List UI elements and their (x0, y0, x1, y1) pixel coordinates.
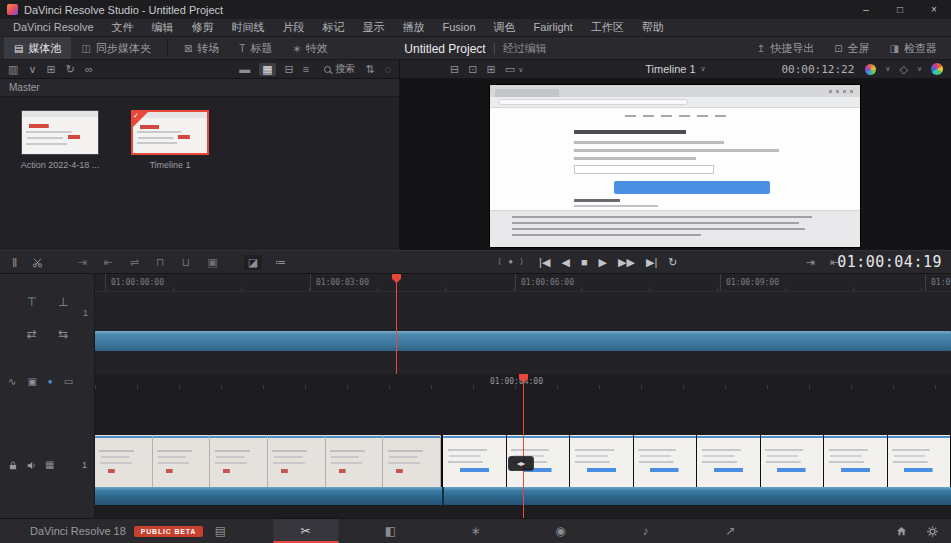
menu-davinci-resolve[interactable]: DaVinci Resolve (4, 19, 103, 36)
track-tool-a-icon[interactable]: ⊤ (27, 296, 37, 308)
timeline-clip-overview[interactable] (95, 331, 951, 351)
menu-trim[interactable]: 修剪 (183, 19, 223, 36)
effects-toggle[interactable]: ∗ 特效 (282, 37, 337, 59)
new-bin-icon[interactable]: ⊞ (46, 64, 55, 75)
clip-info-icon[interactable]: ▣ (27, 377, 36, 387)
media-pool-toggle[interactable]: ▤ 媒体池 (4, 37, 71, 59)
sort-icon[interactable]: ⇅ (365, 64, 374, 75)
source-tape-view-icon[interactable]: ⊟ (450, 64, 459, 75)
fairlight-page-button[interactable]: ♪ (613, 519, 678, 543)
media-page-button[interactable]: ▤ (188, 519, 253, 543)
tools-panel-icon[interactable]: ≔ (275, 257, 286, 268)
maximize-button[interactable]: □ (883, 0, 917, 19)
append-icon[interactable]: ⇤ (104, 257, 113, 268)
toolbar-button-label: 媒体池 (28, 41, 61, 56)
film-frame (888, 435, 951, 487)
next-frame-button[interactable]: ⟩ (520, 258, 523, 266)
filmstrip-view-icon[interactable]: ⊟ (285, 64, 294, 75)
deliver-page-button[interactable]: ↗ (698, 519, 763, 543)
playhead-upper[interactable] (396, 274, 397, 374)
jog-button[interactable]: ● (508, 258, 513, 266)
thumbnail-view-icon[interactable]: ▦ (259, 63, 275, 76)
lock-icon[interactable] (8, 460, 18, 471)
settings-icon[interactable] (926, 525, 939, 538)
color-page-button[interactable]: ◉ (528, 519, 593, 543)
search-button[interactable]: 搜索 (324, 62, 355, 76)
stop-button[interactable]: ■ (581, 257, 588, 268)
prev-frame-button[interactable]: ⟨ (498, 258, 501, 266)
track-tool-d-icon[interactable]: ⇆ (58, 328, 68, 340)
bin-breadcrumb[interactable]: Master (0, 79, 399, 97)
clip-action-2022-4-18[interactable]: ✓ Action 2022-4-18 ... (16, 110, 104, 170)
retime-curve-icon[interactable]: ∿ (8, 377, 16, 387)
menu-color[interactable]: 调色 (485, 19, 525, 36)
fast-forward-button[interactable]: ▶▶ (618, 257, 635, 268)
single-viewer-icon[interactable]: ⊡ (468, 64, 477, 75)
cut-page-button[interactable]: ✂ (273, 519, 338, 543)
transition-tool-icon[interactable]: ◪ (244, 255, 262, 270)
video-clip-1[interactable] (95, 435, 443, 487)
sync-clips-icon[interactable]: ↻ (66, 64, 75, 75)
menu-file[interactable]: 文件 (103, 19, 143, 36)
fusion-page-button[interactable]: ∗ (443, 519, 508, 543)
clip-timeline-1[interactable]: ✓ Timeline 1 (126, 110, 214, 170)
project-manager-icon[interactable] (895, 525, 908, 537)
ripple-overwrite-icon[interactable]: ⇌ (130, 257, 139, 268)
content-area: Master ✓ Action 2022-4-18 ... ✓ Timeline… (0, 79, 951, 250)
strip-view-icon[interactable]: ▬ (239, 64, 250, 75)
overview-track-area[interactable] (95, 292, 951, 374)
audio-indicator-icon[interactable]: ● (48, 378, 53, 386)
play-button[interactable]: ▶ (599, 257, 607, 268)
track-tool-b-icon[interactable]: ⊥ (58, 296, 68, 308)
speaker-icon[interactable] (26, 460, 37, 471)
minimize-button[interactable]: – (849, 0, 883, 19)
go-to-start-button[interactable]: |◀ (539, 257, 550, 268)
menu-edit[interactable]: 编辑 (143, 19, 183, 36)
track-tool-c-icon[interactable]: ⇄ (27, 328, 37, 340)
film-frame (761, 435, 824, 487)
go-to-end-button[interactable]: ▶| (646, 257, 657, 268)
menu-mark[interactable]: 标记 (314, 19, 354, 36)
source-overwrite-icon[interactable]: ▣ (207, 257, 217, 268)
close-up-icon[interactable]: ⊓ (156, 257, 165, 268)
transitions-toggle[interactable]: ⊠ 转场 (174, 37, 229, 59)
titles-toggle[interactable]: T 标题 (229, 37, 282, 59)
menu-view[interactable]: 显示 (354, 19, 394, 36)
fullscreen-button[interactable]: ⊡ 全屏 (824, 37, 879, 59)
smart-insert-icon[interactable]: ⇥ (77, 257, 86, 268)
split-clip-icon[interactable] (32, 257, 43, 268)
menu-fairlight[interactable]: Fairlight (525, 19, 582, 36)
sync-bin-toggle[interactable]: ◫ 同步媒体夹 (71, 37, 160, 59)
camera-icon[interactable] (865, 64, 876, 75)
dual-viewer-icon[interactable]: ⊞ (486, 64, 495, 75)
match-frame-icon[interactable]: ⇥ (806, 257, 815, 268)
playhead-lower[interactable] (523, 374, 524, 518)
timeline-ruler[interactable]: 01:00:00:00 01:00:03:00 01:00:06:00 01:0… (95, 274, 951, 292)
inspector-toggle[interactable]: ◨ 检查器 (880, 37, 947, 59)
menu-clip[interactable]: 片段 (274, 19, 314, 36)
play-reverse-button[interactable]: ◀ (561, 257, 569, 268)
menu-playback[interactable]: 播放 (394, 19, 434, 36)
resolve-fx-icon[interactable] (931, 63, 943, 75)
relink-icon[interactable]: ∞ (85, 64, 93, 75)
filter-icon[interactable]: ◌ (384, 64, 391, 75)
menu-workspace[interactable]: 工作区 (582, 19, 633, 36)
display-mode-icon[interactable]: ▭ ∨ (505, 64, 524, 75)
menu-fusion[interactable]: Fusion (434, 19, 485, 36)
video-browser-urlbar (490, 97, 860, 108)
close-button[interactable]: × (917, 0, 951, 19)
import-media-icon[interactable]: ▥ (8, 64, 18, 75)
quick-export-button[interactable]: ↥ 快捷导出 (747, 37, 824, 59)
import-dropdown-icon[interactable]: ∨ (28, 64, 36, 75)
viewer-tools-icon[interactable]: ◇ (899, 64, 907, 75)
trim-mode-icon[interactable]: ‖ (12, 256, 17, 269)
list-view-icon[interactable]: ≡ (303, 64, 309, 75)
timeline-selector[interactable]: Timeline 1 ∨ (645, 63, 705, 75)
menu-timeline[interactable]: 时间线 (223, 19, 274, 36)
menu-help[interactable]: 帮助 (633, 19, 673, 36)
place-on-top-icon[interactable]: ⊔ (182, 257, 191, 268)
monitor-icon[interactable]: ▭ (64, 377, 73, 387)
loop-button[interactable]: ↻ (668, 257, 677, 268)
video-track-icon[interactable]: ▦ (45, 460, 54, 470)
edit-page-button[interactable]: ◧ (358, 519, 423, 543)
